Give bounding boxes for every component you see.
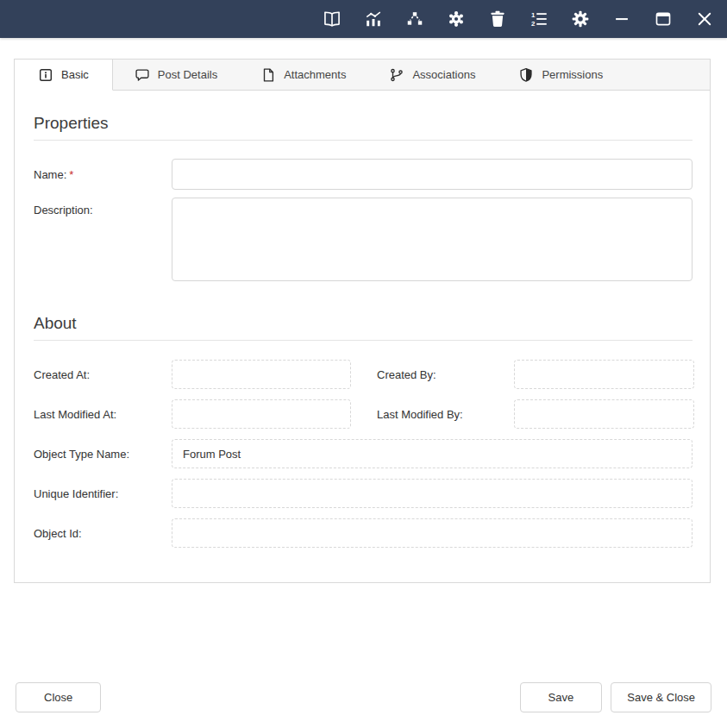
tab-label: Basic [61, 68, 89, 81]
about-section: About Created At: Created By: Last Modif… [34, 312, 693, 548]
trash-icon[interactable] [487, 9, 508, 29]
file-icon [260, 67, 276, 83]
object-type-name-input [172, 439, 693, 468]
last-modified-row: Last Modified At: Last Modified By: [34, 399, 693, 429]
created-at-label: Created At: [34, 368, 172, 381]
save-button[interactable]: Save [520, 682, 603, 712]
settings-gear-icon[interactable] [570, 9, 591, 29]
unique-identifier-label: Unique Identifier: [34, 487, 172, 500]
description-field-row: Description: [34, 198, 693, 281]
tab-label: Post Details [158, 68, 217, 81]
name-field-row: Name:* [34, 159, 693, 190]
about-section-title: About [34, 312, 693, 335]
save-and-close-button[interactable]: Save & Close [611, 682, 711, 712]
section-divider [34, 340, 693, 341]
hierarchy-icon[interactable] [404, 9, 425, 29]
tab-post-details[interactable]: Post Details [113, 60, 239, 91]
created-by-input [514, 360, 694, 389]
tab-basic[interactable]: Basic [15, 60, 113, 91]
tab-bar-filler [624, 60, 710, 91]
tab-label: Attachments [284, 68, 346, 81]
description-textarea[interactable] [172, 198, 693, 281]
last-modified-by-input [514, 399, 694, 429]
numbered-list-icon[interactable]: 1 2 [529, 9, 549, 29]
comment-icon [135, 67, 150, 83]
tab-permissions[interactable]: Permissions [497, 60, 624, 91]
tab-label: Associations [412, 68, 475, 81]
branch-icon [389, 67, 404, 83]
book-icon[interactable] [322, 9, 342, 29]
analytics-icon[interactable] [363, 9, 384, 29]
description-label: Description: [34, 198, 172, 217]
titlebar: 1 2 [0, 0, 727, 38]
required-asterisk: * [69, 168, 73, 181]
minimize-icon[interactable] [611, 9, 632, 29]
footer-button-bar: Close Save Save & Close [16, 682, 711, 712]
last-modified-at-input [172, 399, 351, 429]
gear-outline-icon[interactable] [446, 9, 467, 29]
section-divider [34, 140, 693, 141]
name-input[interactable] [172, 159, 693, 190]
info-icon [38, 67, 53, 83]
object-type-name-label: Object Type Name: [34, 448, 172, 461]
last-modified-by-label: Last Modified By: [377, 408, 514, 421]
last-modified-at-label: Last Modified At: [34, 408, 172, 421]
name-label: Name:* [34, 168, 172, 181]
created-by-label: Created By: [377, 368, 514, 381]
properties-section-title: Properties [34, 112, 693, 135]
object-id-label: Object Id: [34, 527, 172, 540]
shield-icon [518, 67, 534, 83]
svg-text:1: 1 [531, 11, 536, 19]
unique-identifier-input [172, 479, 693, 508]
tab-bar: Basic Post Details Attachments [14, 59, 711, 91]
created-row: Created At: Created By: [34, 360, 693, 389]
maximize-restore-icon[interactable] [653, 9, 674, 29]
tab-attachments[interactable]: Attachments [239, 60, 367, 91]
tab-associations[interactable]: Associations [367, 60, 497, 91]
svg-text:2: 2 [531, 20, 536, 28]
object-id-row: Object Id: [34, 518, 693, 548]
tab-panel-basic: Properties Name:* Description: About Cre… [14, 91, 711, 583]
tab-label: Permissions [542, 68, 603, 81]
close-icon[interactable] [694, 9, 715, 29]
dialog-panel: Basic Post Details Attachments [14, 59, 711, 583]
object-type-name-row: Object Type Name: [34, 439, 693, 468]
unique-identifier-row: Unique Identifier: [34, 479, 693, 508]
close-button[interactable]: Close [16, 682, 101, 712]
object-id-input [172, 518, 693, 548]
created-at-input [172, 360, 351, 389]
